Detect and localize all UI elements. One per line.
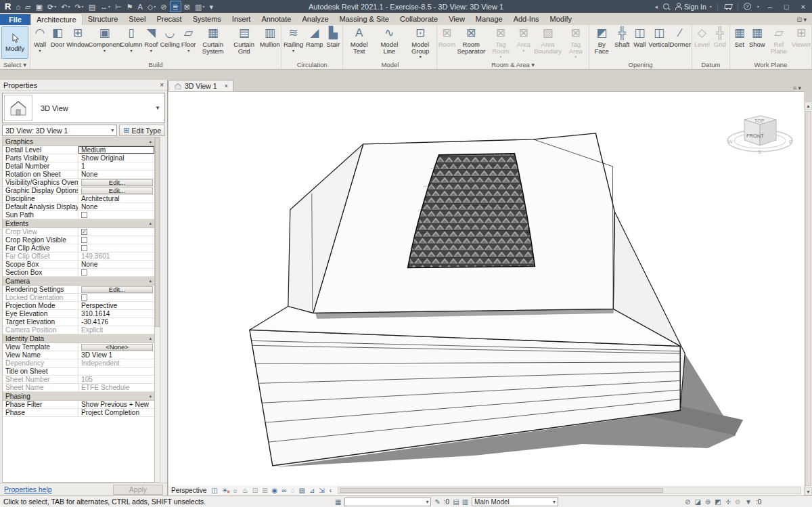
horizontal-scrollbar[interactable] — [338, 487, 801, 494]
temporary-view-properties-icon[interactable]: ▤ — [298, 486, 304, 495]
ribbon-button-wall[interactable]: ◠Wall▾ — [31, 26, 49, 60]
type-selector[interactable]: 3D View ▼ — [2, 93, 165, 123]
property-value[interactable]: Perspective — [78, 302, 154, 309]
editable-only-icon[interactable]: ✎ — [434, 498, 440, 506]
select-panel-label[interactable]: Select ▾ — [1, 60, 29, 69]
property-edit-button[interactable]: Edit... — [81, 188, 153, 194]
view-bar-collapse-icon[interactable]: ‹ — [330, 487, 332, 494]
property-value[interactable]: Project Completion — [78, 409, 154, 416]
ribbon-button-column[interactable]: ▯Column▾ — [120, 26, 143, 60]
worksets-icon[interactable]: ▦ — [335, 498, 341, 506]
panel-label-circulation[interactable]: Circulation — [282, 60, 342, 69]
shadows-icon[interactable]: ☼ — [232, 486, 238, 495]
panel-label-datum[interactable]: Datum — [693, 60, 729, 69]
ribbon-button-vertical[interactable]: ◫Vertical — [648, 26, 669, 60]
select-pinned-icon[interactable]: ⊕ — [705, 498, 710, 506]
redo-icon[interactable]: ↷▾ — [72, 1, 85, 12]
ribbon-tab-annotate[interactable]: Annotate — [256, 14, 296, 25]
ribbon-button-room-separator[interactable]: ⊠Room Separator — [455, 26, 487, 60]
property-checkbox[interactable] — [81, 212, 87, 218]
ribbon-tab-insert[interactable]: Insert — [227, 14, 256, 25]
property-value[interactable]: None — [78, 171, 154, 178]
ribbon-button-curtain-grid[interactable]: ▤Curtain Grid — [229, 26, 260, 60]
ribbon-button-mullion[interactable]: ▥Mullion — [260, 26, 280, 60]
edit-type-button[interactable]: ⊞ Edit Type — [119, 125, 165, 136]
ribbon-tab-view[interactable]: View — [443, 14, 470, 25]
ribbon-button-door[interactable]: ◧Door — [49, 26, 66, 60]
help-icon[interactable]: ? — [744, 3, 751, 10]
ribbon-button-by-face[interactable]: ◩By Face — [590, 26, 613, 60]
open-icon[interactable]: ▱ — [23, 1, 32, 12]
scroll-down-icon[interactable]: ▼ — [805, 487, 812, 495]
design-options-icon[interactable]: ▤ — [453, 498, 459, 506]
ribbon-tab-architecture[interactable]: Architecture — [30, 14, 83, 25]
ribbon-tab-collaborate[interactable]: Collaborate — [394, 14, 443, 25]
section-header-phasing[interactable]: Phasing▴ — [3, 392, 154, 401]
property-edit-button[interactable]: Edit... — [81, 179, 153, 186]
properties-close-icon[interactable]: × — [160, 81, 164, 89]
ribbon-tab-systems[interactable]: Systems — [187, 14, 227, 25]
view-cube[interactable]: W S E TOP FRONT — [727, 116, 792, 154]
ribbon-tab-modify[interactable]: Modify — [545, 14, 577, 25]
ribbon-button-model-text[interactable]: AModel Text — [344, 26, 374, 60]
revit-logo[interactable]: R — [3, 1, 13, 12]
property-value[interactable]: None — [78, 203, 154, 211]
properties-help-link[interactable]: Properties help — [4, 485, 52, 493]
ribbon-button-ramp[interactable]: ◢Ramp — [304, 26, 324, 60]
ribbon-button-show[interactable]: ▦Show — [748, 26, 766, 60]
property-value[interactable]: Show Original — [78, 154, 154, 162]
section-header-graphics[interactable]: Graphics▴ — [3, 137, 154, 146]
text-icon[interactable]: A — [136, 1, 145, 12]
help-chevron-icon[interactable]: ▾ — [757, 4, 759, 9]
property-value[interactable]: None — [78, 261, 154, 268]
save-icon[interactable]: ▣ — [34, 1, 45, 12]
sync-icon[interactable]: ⟳▾ — [45, 1, 58, 12]
print-icon[interactable]: ▤ — [87, 1, 97, 12]
ribbon-tab-structure[interactable]: Structure — [83, 14, 124, 25]
property-checkbox[interactable] — [81, 237, 87, 243]
thin-lines-icon[interactable]: ≣ — [170, 1, 181, 12]
ribbon-tab-massing-site[interactable]: Massing & Site — [334, 14, 394, 25]
temporary-hide-isolate-icon[interactable]: ∞ — [281, 486, 286, 495]
vertical-scrollbar-thumb[interactable] — [805, 111, 811, 486]
panel-label-model[interactable]: Model — [344, 60, 436, 69]
property-value[interactable]: Medium — [78, 146, 154, 154]
ribbon-tab-add-ins[interactable]: Add-Ins — [508, 14, 545, 25]
element-selector-combo[interactable]: 3D View: 3D View 1 ▾ — [2, 125, 117, 136]
property-value[interactable]: -30.4176 — [78, 318, 154, 326]
panel-label-room-area[interactable]: Room & Area ▾ — [438, 60, 588, 69]
crop-view-icon[interactable]: ⊡ — [252, 486, 258, 495]
collapse-chevron-icon[interactable]: ▴ — [149, 139, 152, 144]
ribbon-tab-steel[interactable]: Steel — [123, 14, 151, 25]
lock-3d-view-icon[interactable]: ◉ — [272, 486, 278, 495]
ribbon-tab-analyze[interactable]: Analyze — [296, 14, 334, 25]
background-processes-icon[interactable]: ⚙ — [735, 498, 741, 506]
ribbon-button-roof[interactable]: ◥Roof▾ — [142, 26, 160, 60]
property-edit-button[interactable]: <None> — [81, 344, 153, 351]
section-icon[interactable]: ⊘ — [158, 1, 168, 12]
panel-label-work-plane[interactable]: Work Plane — [731, 60, 811, 69]
file-tab[interactable]: File — [0, 14, 30, 25]
maximize-button[interactable]: □ — [781, 3, 792, 11]
ribbon-tab-precast[interactable]: Precast — [151, 14, 187, 25]
collapse-chevron-icon[interactable]: ▴ — [149, 393, 152, 399]
select-by-face-icon[interactable]: ◩ — [715, 498, 721, 506]
section-header-camera[interactable]: Camera▴ — [3, 277, 154, 286]
search-icon[interactable] — [663, 3, 669, 9]
tag-icon[interactable]: ⚑ — [125, 1, 135, 12]
ribbon-button-dormer[interactable]: ∕Dormer — [669, 26, 691, 60]
show-crop-region-icon[interactable]: ⊞ — [262, 486, 267, 495]
search-collapse-icon[interactable]: ◂ — [655, 3, 658, 10]
active-option-only-icon[interactable]: ▥ — [462, 498, 468, 506]
design-option-combo[interactable]: Main Model ▾ — [472, 498, 558, 506]
ribbon-button-railing[interactable]: ≋Railing▾ — [282, 26, 304, 60]
property-value[interactable]: 310.1614 — [78, 310, 154, 317]
property-value[interactable] — [78, 368, 154, 375]
collapse-chevron-icon[interactable]: ▴ — [149, 278, 152, 284]
property-edit-button[interactable]: Edit... — [81, 286, 153, 293]
active-workset-combo[interactable]: ▾ — [344, 498, 431, 506]
view-tab-close-icon[interactable]: × — [225, 83, 228, 89]
ribbon-button-model-group[interactable]: ⊡Model Group▾ — [405, 26, 436, 60]
drag-on-selection-icon[interactable]: ✛ — [725, 498, 731, 506]
section-header-identity-data[interactable]: Identity Data▴ — [3, 334, 154, 343]
